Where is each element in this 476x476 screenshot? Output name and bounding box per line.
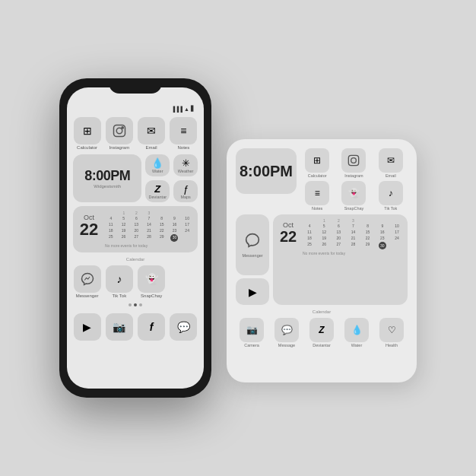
tablet-deviantar[interactable]: Z Deviantar xyxy=(306,318,338,347)
tablet-cal-grid: 123 45678910 11121314151617 181920212223… xyxy=(303,218,404,301)
notes-label: Notes xyxy=(178,145,190,151)
phone-cal-no-events: No more events for today xyxy=(105,243,193,248)
phone-water-widget[interactable]: 💧 Water xyxy=(145,154,170,176)
tablet-camera-box: 📷 xyxy=(240,318,264,342)
water-icon: 💧 xyxy=(151,157,163,169)
tablet-email[interactable]: ✉ Email xyxy=(374,148,408,178)
phone-deviantar-widget[interactable]: Z Deviantar xyxy=(145,180,170,202)
tablet-calendar-widget: Oct 22 123 45678910 11121314151617 18192… xyxy=(273,214,408,305)
tablet-calculator-box: ⊞ xyxy=(305,148,329,173)
phone-widgestsmith-label: Widgestsmith xyxy=(94,184,121,189)
youtube-icon-box: ▶ xyxy=(74,313,101,341)
tablet-health[interactable]: ♡ Health xyxy=(376,318,408,347)
tablet-message-label: Message xyxy=(278,343,295,347)
tablet-instagram[interactable]: Instagram xyxy=(337,148,370,178)
svg-point-2 xyxy=(122,127,123,129)
tablet-cal-cells: 45678910 11121314151617 18192021222324 2… xyxy=(303,224,404,249)
maps-icon: ƒ xyxy=(182,183,188,195)
phone-screen: ▐▐▐ ▲ ▋ ⊞ Calculator Instagram ✉ xyxy=(67,87,204,389)
tablet-icon-row-2: ≡ Notes 👻 SnapChay ♪ Tik Tok xyxy=(300,181,408,211)
instagram-icon-box xyxy=(106,117,133,144)
notes-icon-box: ≡ xyxy=(170,117,197,144)
phone-time-widget: 8:00PM Widgestsmith xyxy=(73,154,141,202)
email-label: Email xyxy=(146,145,157,151)
tablet-time-widget: 8:00PM xyxy=(236,148,297,194)
app-calculator[interactable]: ⊞ Calculator xyxy=(73,117,101,151)
tablet-snapchat[interactable]: 👻 SnapChay xyxy=(337,181,370,211)
tiktok-icon-box: ♪ xyxy=(106,265,133,293)
phone-widget-row: 8:00PM Widgestsmith 💧 Water ✳ Weather xyxy=(73,154,198,202)
status-bar: ▐▐▐ ▲ ▋ xyxy=(73,106,198,112)
tablet-row1: 8:00PM ⊞ Calculator Instagram ✉ xyxy=(236,148,408,211)
phone-weather-widget[interactable]: ✳ Weather xyxy=(173,154,198,176)
tablet-row2: Messenger ▶ Oct 22 123 45678910 xyxy=(236,214,408,305)
tablet-cal-label: Calendar xyxy=(236,309,408,314)
tablet-card: 8:00PM ⊞ Calculator Instagram ✉ xyxy=(227,139,417,382)
maps-label: Maps xyxy=(180,195,190,199)
tablet-notes[interactable]: ≡ Notes xyxy=(300,181,334,211)
scene: ▐▐▐ ▲ ▋ ⊞ Calculator Instagram ✉ xyxy=(59,78,417,398)
tablet-instagram-box xyxy=(341,148,366,173)
tablet-bottom-icons: 📷 Camera 💬 Message Z Deviantar 💧 Water ♡… xyxy=(236,318,408,347)
tablet-water[interactable]: 💧 Water xyxy=(341,318,373,347)
messenger-icon-box xyxy=(74,265,101,293)
phone-maps-widget[interactable]: ƒ Maps xyxy=(173,180,198,202)
tablet-cal-date: Oct 22 xyxy=(277,218,300,301)
tablet-tiktok-box: ♪ xyxy=(379,181,403,205)
email-icon-box: ✉ xyxy=(138,117,165,144)
tablet-tiktok[interactable]: ♪ Tik Tok xyxy=(374,181,408,211)
message-icon-box: 💬 xyxy=(170,313,197,341)
app-instagram[interactable]: Instagram xyxy=(105,117,133,151)
dock-camera[interactable]: 📷 xyxy=(105,313,133,341)
tablet-instagram-label: Instagram xyxy=(344,173,363,178)
phone-cal-day: 22 xyxy=(80,221,98,238)
tablet-email-label: Email xyxy=(386,173,396,178)
tablet-youtube-widget[interactable]: ▶ xyxy=(236,278,269,305)
weather-label: Weather xyxy=(178,169,194,173)
calculator-label: Calculator xyxy=(77,145,97,151)
dot-3 xyxy=(139,303,142,306)
dock-facebook[interactable]: f xyxy=(138,313,166,341)
tablet-cal-header: 123 xyxy=(303,218,404,223)
tablet-notes-label: Notes xyxy=(312,206,322,211)
svg-point-4 xyxy=(351,158,357,163)
tiktok-label: Tik Tok xyxy=(113,294,127,299)
app-email[interactable]: ✉ Email xyxy=(138,117,166,151)
tablet-health-box: ♡ xyxy=(379,318,404,342)
app-empty xyxy=(170,265,198,299)
dot-1 xyxy=(129,303,132,306)
tablet-message[interactable]: 💬 Message xyxy=(271,318,303,347)
tablet-cal-day: 22 xyxy=(280,229,297,244)
tablet-left-widgets: Messenger ▶ xyxy=(236,214,269,305)
tablet-youtube-icon: ▶ xyxy=(249,286,257,298)
tablet-icon-row-1: ⊞ Calculator Instagram ✉ Email xyxy=(300,148,408,178)
tablet-water-label: Water xyxy=(351,343,362,347)
app-notes[interactable]: ≡ Notes xyxy=(170,117,198,151)
tablet-snapchat-box: 👻 xyxy=(341,181,366,205)
tablet-health-label: Health xyxy=(386,343,398,347)
tablet-messenger-widget[interactable]: Messenger xyxy=(236,214,269,275)
app-messenger[interactable]: Messenger xyxy=(73,265,101,299)
phone-notch xyxy=(109,78,162,94)
tablet-time-value: 8:00PM xyxy=(240,163,293,180)
signal-icon: ▐▐▐ xyxy=(171,106,182,112)
battery-icon: ▋ xyxy=(191,106,195,112)
svg-point-1 xyxy=(116,128,122,134)
facebook-icon-box: f xyxy=(138,313,165,341)
tablet-camera[interactable]: 📷 Camera xyxy=(236,318,268,347)
dock-youtube[interactable]: ▶ xyxy=(73,313,101,341)
tablet-deviantar-box: Z xyxy=(309,318,334,342)
phone-time-value: 8:00PM xyxy=(84,168,130,184)
dock-message[interactable]: 💬 xyxy=(170,313,198,341)
water-label: Water xyxy=(152,169,163,173)
tablet-calculator[interactable]: ⊞ Calculator xyxy=(300,148,334,178)
messenger-label: Messenger xyxy=(76,294,99,299)
app-tiktok[interactable]: ♪ Tik Tok xyxy=(105,265,133,299)
tablet-message-box: 💬 xyxy=(274,318,299,342)
app-snapchat[interactable]: 👻 SnapChay xyxy=(138,265,166,299)
tablet-snapchat-label: SnapChay xyxy=(344,206,364,211)
phone-cal-cells: 45678910 11121314151617 18192021222324 2… xyxy=(105,216,193,242)
instagram-label: Instagram xyxy=(109,145,130,151)
camera-icon-box: 📷 xyxy=(106,313,133,341)
deviantar-label: Deviantar xyxy=(149,195,167,199)
